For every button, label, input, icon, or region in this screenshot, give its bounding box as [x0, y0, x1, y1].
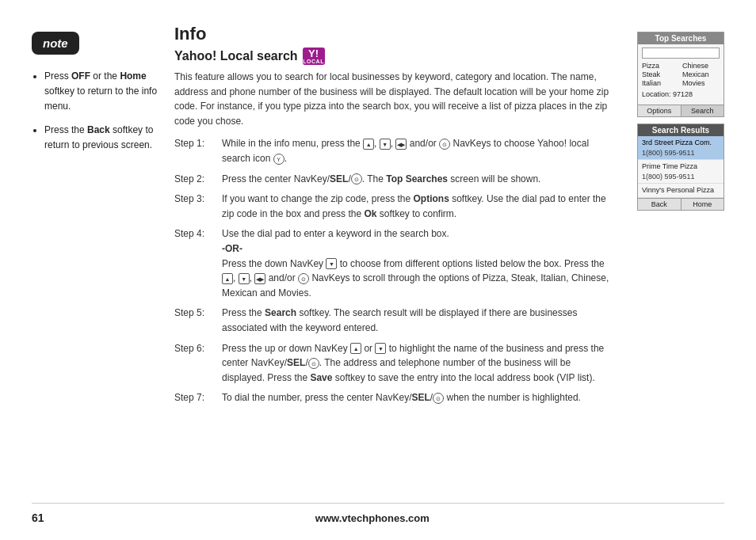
result-name-1: 3rd Street Pizza Com.	[642, 138, 720, 148]
step-4-label: Step 4:	[174, 226, 216, 300]
section-title-text: Yahoo! Local search	[174, 49, 298, 63]
navkey-lr-icon: ◀▶	[254, 273, 265, 284]
keyword-pizza: Pizza	[642, 62, 679, 70]
result-name-3: Vinny's Personal Pizza	[642, 185, 720, 196]
body-content: Info Yahoo! Local search Y! LOCAL This f…	[174, 24, 621, 496]
navkey-dn-icon-2: ▼	[239, 273, 250, 284]
search-input-box[interactable]	[642, 48, 720, 59]
navkey-dn-icon-3: ▼	[375, 343, 386, 354]
navkey-icon-3: ◀▶	[395, 139, 407, 150]
result-phone-1: 1(800) 595-9511	[642, 148, 720, 158]
navkey-dn-icon: ▼	[380, 139, 391, 150]
page: note Press OFF or the Home softkey to re…	[0, 0, 756, 540]
screen1-footer: Options Search	[638, 105, 724, 116]
navkey-up-icon-3: ▲	[350, 343, 361, 354]
step-6: Step 6: Press the up or down NavKey ▲ or…	[174, 341, 613, 386]
step-6-text: Press the up or down NavKey ▲ or ▼ to hi…	[222, 341, 613, 386]
keyword-chinese: Chinese	[682, 62, 720, 70]
page-title: Info	[174, 24, 613, 44]
step-2-text: Press the center NavKey/SEL/⊙. The Top S…	[222, 172, 613, 187]
yahoo-local-icon: Y! LOCAL	[303, 48, 325, 65]
off-bold: OFF	[71, 70, 90, 82]
sidebar-bullet-1: Press OFF or the Home softkey to return …	[44, 69, 158, 115]
sel-bold-3: SEL	[411, 392, 430, 403]
screen2-back-btn[interactable]: Back	[638, 199, 682, 210]
sel-bold: SEL	[330, 173, 348, 184]
page-number: 61	[32, 511, 44, 524]
step-5-label: Step 5:	[174, 306, 216, 335]
step-3-label: Step 3:	[174, 192, 216, 221]
top-searches-bold: Top Searches	[386, 173, 448, 184]
result-item-2: Prime Time Pizza 1(800) 595-9511	[638, 160, 724, 184]
page-footer: 61 www.vtechphones.com	[32, 503, 724, 524]
keyword-italian: Italian	[642, 79, 679, 87]
screen1-body: Pizza Chinese Steak Mexican Italian Movi…	[638, 44, 724, 105]
step-4-text: Use the dial pad to enter a keyword in t…	[222, 226, 613, 300]
save-bold: Save	[310, 372, 332, 383]
step-5-text: Press the Search softkey. The search res…	[222, 306, 613, 335]
phone-screen-1: Top Searches Pizza Chinese Steak Mexican…	[637, 32, 724, 117]
navkey-round-icon: ⊙	[439, 139, 450, 150]
yahoo-search-icon: Y	[273, 154, 284, 165]
step-3: Step 3: If you want to change the zip co…	[174, 192, 613, 221]
back-bold: Back	[87, 124, 110, 135]
screen1-header: Top Searches	[638, 32, 724, 44]
step-2: Step 2: Press the center NavKey/SEL/⊙. T…	[174, 172, 613, 187]
yahoo-local-text: LOCAL	[303, 59, 324, 64]
screen2-header: Search Results	[638, 124, 724, 136]
location-line: Location: 97128	[642, 90, 720, 98]
home-bold: Home	[120, 70, 146, 82]
step-1-text: While in the info menu, press the ▲, ▼, …	[222, 136, 613, 165]
sidebar: note Press OFF or the Home softkey to re…	[32, 24, 158, 496]
steps: Step 1: While in the info menu, press th…	[174, 136, 613, 405]
screen1-options-btn[interactable]: Options	[638, 105, 682, 116]
search-keywords: Pizza Chinese Steak Mexican Italian Movi…	[642, 62, 720, 87]
yahoo-y: Y!	[308, 48, 319, 59]
step-7-label: Step 7:	[174, 390, 216, 405]
step-1: Step 1: While in the info menu, press th…	[174, 136, 613, 165]
section-title: Yahoo! Local search Y! LOCAL	[174, 48, 613, 65]
search-bold: Search	[265, 307, 296, 318]
screen1-search-btn[interactable]: Search	[682, 105, 724, 116]
ok-bold: Ok	[364, 208, 376, 219]
phone-screen-2: Search Results 3rd Street Pizza Com. 1(8…	[637, 124, 724, 211]
sidebar-bullets: Press OFF or the Home softkey to return …	[32, 69, 158, 153]
step-1-label: Step 1:	[174, 136, 216, 165]
screen2-home-btn[interactable]: Home	[682, 199, 724, 210]
page-url: www.vtechphones.com	[315, 512, 430, 524]
screen2-body: 3rd Street Pizza Com. 1(800) 595-9511 Pr…	[638, 136, 724, 198]
result-item-1: 3rd Street Pizza Com. 1(800) 595-9511	[638, 136, 724, 160]
step-7: Step 7: To dial the number, press the ce…	[174, 390, 613, 405]
step-4: Step 4: Use the dial pad to enter a keyw…	[174, 226, 613, 300]
keyword-movies: Movies	[682, 79, 720, 87]
sel-bold-2: SEL	[287, 357, 305, 368]
keyword-steak: Steak	[642, 70, 679, 78]
navkey-down-icon-2: ▼	[326, 258, 337, 269]
step-6-label: Step 6:	[174, 341, 216, 386]
navkey-round-icon-2: ⊙	[298, 273, 309, 284]
result-name-2: Prime Time Pizza	[642, 162, 720, 172]
step-2-label: Step 2:	[174, 172, 216, 187]
step-4-or: -OR-	[222, 243, 242, 254]
options-bold: Options	[413, 193, 449, 204]
sel-icon-2: ⊙	[308, 358, 319, 369]
navkey-up-icon-2: ▲	[222, 273, 233, 284]
note-badge: note	[32, 32, 79, 55]
intro-text: This feature allows you to search for lo…	[174, 70, 613, 128]
sel-icon: ⊙	[351, 173, 362, 184]
sel-icon-3: ⊙	[433, 393, 444, 404]
navkey-up-icon: ▲	[363, 139, 374, 150]
phone-panel: Top Searches Pizza Chinese Steak Mexican…	[637, 24, 724, 496]
result-phone-2: 1(800) 595-9511	[642, 172, 720, 182]
result-item-3: Vinny's Personal Pizza	[638, 184, 724, 198]
keyword-mexican: Mexican	[682, 70, 720, 78]
step-7-text: To dial the number, press the center Nav…	[222, 390, 613, 405]
sidebar-bullet-2: Press the Back softkey to return to prev…	[44, 123, 158, 153]
screen2-footer: Back Home	[638, 198, 724, 210]
yahoo-icon-inner: Y! LOCAL	[303, 48, 324, 64]
step-3-text: If you want to change the zip code, pres…	[222, 192, 613, 221]
main-content: note Press OFF or the Home softkey to re…	[32, 24, 724, 496]
step-5: Step 5: Press the Search softkey. The se…	[174, 306, 613, 335]
